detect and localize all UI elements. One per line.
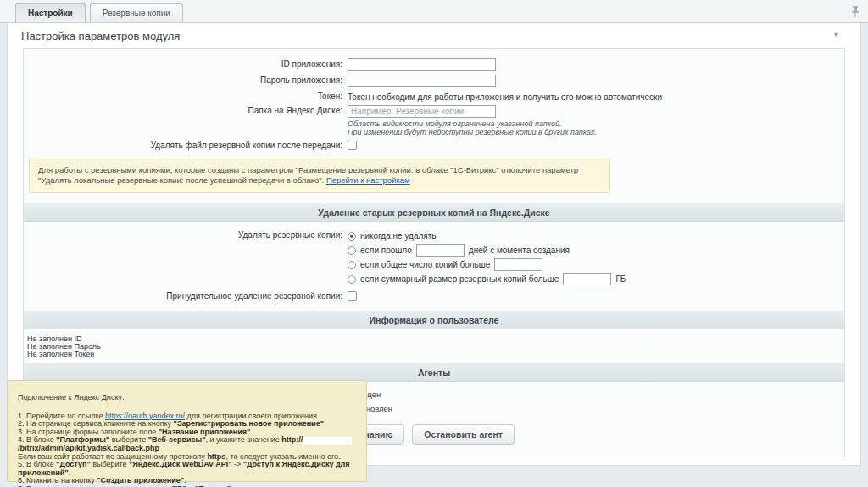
instruction-text: https [207,452,225,461]
instruction-text: выберите [91,460,129,468]
app-id-label: ID приложения: [24,58,348,71]
section-agents: Агенты [24,363,844,382]
delete-after-checkbox[interactable] [348,141,357,150]
instruction-text: "Яндекс.Диск WebDAV API" [129,460,231,468]
cleanup-size-input[interactable] [563,273,611,285]
form-row-force-delete: Принудительное удаление резервной копии: [24,290,844,301]
instructions-title: Подключение к Яндекс Диску: [18,394,356,402]
radio-icon[interactable] [348,246,356,255]
page-title: Настройка параметров модуля [21,30,847,42]
force-delete-label: Принудительное удаление резервной копии: [24,290,348,301]
instruction-text: /bitrix/admin/apikit.yadisk.callback.php [18,444,159,452]
cleanup-count-input[interactable] [494,258,542,271]
folder-input[interactable] [348,105,496,118]
instruction-line: 5. В блоке "Доступ" выберите "Яндекс.Дис… [18,461,356,477]
cleanup-options: никогда не удалятьесли прошлодней с моме… [348,229,844,287]
cleanup-radio-option-1[interactable]: если прошлодней с момента создания [348,244,844,257]
agent-main-status: Запущен [348,389,844,400]
instruction-text: http:// [281,435,303,444]
cleanup-radio-option-3[interactable]: если суммарный размер резервных копий бо… [348,273,844,285]
instruction-text: , то следует указать именно его. [225,452,340,461]
option-text: никогда не удалять [360,231,437,241]
instruction-text: . [250,428,253,436]
redacted-domain [303,437,352,445]
instruction-text: выберите [109,435,147,444]
go-to-settings-link[interactable]: Перейти к настройкам [326,175,410,185]
form-row-delete-after: Удалять файл резервной копии после перед… [24,139,844,150]
section-cleanup: Удаление старых резервных копий на Яндек… [24,203,844,222]
token-hint: Токен необходим для работы приложения и … [348,90,844,102]
option-text: если прошло [360,246,412,255]
instructions-lines: 1. Перейдите по ссылке https://oauth.yan… [18,412,356,487]
panel-header: Настройка параметров модуля ▼ [8,23,860,48]
notice-text: Для работы с резервными копиями, которые… [38,165,578,185]
pin-icon[interactable] [851,5,860,19]
form-row-folder: Папка на Яндекс.Диске: Область видимости… [24,104,844,136]
folder-help-line-1: Область видимости модуля ограничена указ… [348,119,844,128]
agent-delete-status: Остановлен [348,403,844,414]
stop-agent-button[interactable]: Остановить агент [412,424,515,445]
tab-backups-label: Резервные копии [103,8,170,18]
instruction-text: "Зарегистрировать новое приложение" [174,419,324,428]
instruction-text: "Веб-сервисы" [148,435,206,444]
instruction-line: 4. В блоке "Платформы" выберите "Веб-сер… [18,436,356,452]
token-label: Токен: [24,90,348,102]
option-text: если суммарный размер резервных копий бо… [360,274,559,284]
radio-icon[interactable] [348,232,356,241]
form-row-app-password: Пароль приложения: [24,74,844,87]
instruction-text: 5. В блоке [18,460,56,468]
section-user-info: Информация о пользователе [24,311,844,329]
instruction-text: "Платформы" [56,435,109,444]
instruction-text: 3. На странице формы заполните поле [18,428,159,436]
cloud-backup-notice: Для работы с резервными копиями, которые… [29,158,610,193]
instruction-text: Если ваш сайт работает по защищенному пр… [18,452,207,461]
force-delete-checkbox[interactable] [348,291,357,301]
tab-settings-label: Настройки [28,8,73,18]
yandex-connection-instructions: Подключение к Яндекс Диску: 1. Перейдите… [7,380,367,482]
oauth-yandex-link[interactable]: https://oauth.yandex.ru/ [105,412,185,420]
form-row-token: Токен: Токен необходим для работы прилож… [24,90,844,102]
cleanup-days-input[interactable] [416,244,465,257]
instruction-text: , и укажите значение [205,435,281,444]
option-text: если общее число копий больше [360,260,490,269]
instruction-text: 1. Перейдите по ссылке [18,412,105,420]
option-text-after: дней с момента создания [469,246,570,255]
option-text-after: ГБ [615,274,626,284]
form-row-cleanup: Удалять резервные копии: никогда не удал… [24,229,844,287]
instruction-text: "Название приложения" [159,428,250,436]
instruction-text: "Создать приложение" [97,476,184,484]
app-id-input[interactable] [348,58,496,71]
tab-settings[interactable]: Настройки [15,3,86,22]
instruction-text: 6. Кликните на кнопку [18,476,97,484]
instruction-text: 2. На странице сервиса кликните на кнопк… [18,419,174,428]
tab-bar: Настройки Резервные копии [0,0,868,23]
chevron-down-icon[interactable]: ▼ [832,30,840,39]
form-row-app-id: ID приложения: [24,58,844,71]
folder-help-line-2: При изменении будут недоступны резервные… [348,128,844,136]
user-info-line: Не заполнен Пароль [27,343,844,351]
delete-after-label: Удалять файл резервной копии после перед… [24,139,348,150]
instruction-text: -> [231,460,242,468]
instruction-text: 4. В блоке [18,435,56,444]
instruction-text: для регистрации своего приложения. [185,412,319,420]
instruction-text: . [68,468,70,477]
user-info-line: Не заполнен Токен [27,351,844,358]
cleanup-radio-option-2[interactable]: если общее число копий больше [348,258,844,271]
folder-label: Папка на Яндекс.Диске: [24,104,348,136]
instruction-text: "Доступ" [56,460,91,468]
instruction-text: . [324,419,326,428]
user-info-block: Не заполнен IDНе заполнен ПарольНе запол… [24,329,844,360]
app-password-label: Пароль приложения: [24,74,348,87]
radio-icon[interactable] [348,261,356,269]
user-info-line: Не заполнен ID [27,335,844,343]
instruction-text: . [184,476,186,484]
cleanup-radio-option-0[interactable]: никогда не удалять [348,230,844,242]
tab-backups[interactable]: Резервные копии [90,3,183,22]
app-password-input[interactable] [348,75,496,87]
cleanup-label: Удалять резервные копии: [24,229,348,287]
radio-icon[interactable] [348,275,356,284]
